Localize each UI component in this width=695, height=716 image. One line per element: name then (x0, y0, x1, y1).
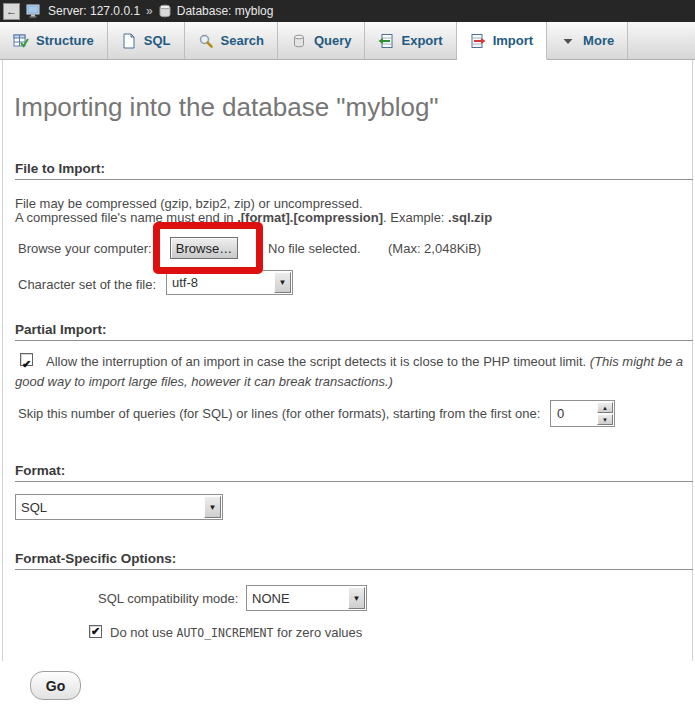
spinner-buttons: ▲ ▼ (597, 402, 613, 425)
tab-structure[interactable]: Structure (0, 22, 108, 59)
tab-search[interactable]: Search (185, 22, 278, 59)
no-autoincrement-checkbox[interactable]: ✔ (89, 625, 102, 638)
tab-label: Export (401, 33, 442, 48)
tab-sql[interactable]: SQL (108, 22, 185, 59)
check-icon: ✔ (22, 358, 31, 370)
tab-export[interactable]: Export (365, 22, 456, 59)
sql-compat-select[interactable]: NONE ▼ (246, 585, 367, 611)
server-icon (26, 4, 42, 18)
line2-example: .sql.zip (448, 210, 492, 225)
check-icon: ✔ (91, 626, 100, 637)
autoinc-keyword: AUTO_INCREMENT (177, 626, 274, 640)
tab-label: Structure (36, 33, 94, 48)
no-autoincrement-label: Do not use AUTO_INCREMENT for zero value… (110, 625, 362, 640)
line2-format-pattern: .[format].[compression] (237, 210, 383, 225)
no-file-selected-text: No file selected. (268, 241, 361, 256)
database-icon (159, 4, 171, 18)
charset-selected-value: utf-8 (167, 275, 273, 290)
tab-label: Search (221, 33, 264, 48)
line2-mid: . Example: (383, 210, 448, 225)
charset-label: Character set of the file: (18, 277, 156, 292)
format-selected-value: SQL (16, 500, 203, 515)
tab-bar: Structure SQL Search (0, 22, 695, 60)
phpmyadmin-import-page: ← Server: 127.0.0.1 » Database: myblog (0, 0, 695, 716)
tab-label: Query (314, 33, 352, 48)
chevron-down-icon[interactable]: ▼ (274, 272, 291, 293)
section-heading-format: Format: (15, 463, 693, 482)
tab-more[interactable]: More (547, 22, 628, 59)
content-right-border (692, 60, 693, 661)
format-select[interactable]: SQL ▼ (15, 494, 223, 520)
tab-label: More (583, 33, 614, 48)
query-icon (291, 33, 307, 49)
structure-icon (13, 33, 29, 49)
sql-icon (121, 33, 137, 49)
server-breadcrumb-bar: ← Server: 127.0.0.1 » Database: myblog (0, 0, 695, 22)
skip-queries-label: Skip this number of queries (for SQL) or… (18, 406, 540, 421)
browse-button[interactable]: Browse… (170, 237, 238, 259)
go-button[interactable]: Go (30, 671, 81, 700)
export-icon (378, 33, 394, 49)
spinner-down-icon[interactable]: ▼ (597, 414, 613, 425)
allow-interrupt-checkbox[interactable]: ✔ (20, 353, 33, 366)
chevron-down-icon[interactable]: ▼ (348, 587, 365, 609)
section-heading-format-options: Format-Specific Options: (15, 551, 693, 570)
section-heading-partial-import: Partial Import: (15, 322, 693, 341)
compression-info-line2: A compressed file's name must end in .[f… (15, 210, 492, 225)
charset-select[interactable]: utf-8 ▼ (166, 270, 293, 295)
more-chevron-down-icon (560, 33, 576, 49)
sql-compat-selected-value: NONE (247, 591, 347, 606)
tab-label: Import (493, 33, 533, 48)
spinner-up-icon[interactable]: ▲ (597, 402, 613, 413)
chevron-down-icon[interactable]: ▼ (204, 496, 221, 518)
autoinc-prefix: Do not use (110, 625, 177, 640)
search-icon (198, 33, 214, 49)
tab-query[interactable]: Query (278, 22, 366, 59)
line2-prefix: A compressed file's name must end in (15, 210, 237, 225)
skip-queries-stepper[interactable]: 0 ▲ ▼ (550, 400, 615, 427)
sql-compat-label: SQL compatibility mode: (98, 591, 238, 606)
back-arrow-button[interactable]: ← (3, 3, 20, 20)
autoinc-suffix: for zero values (273, 625, 362, 640)
tab-label: SQL (144, 33, 171, 48)
max-upload-size-text: (Max: 2,048KiB) (388, 241, 481, 256)
allow-interrupt-row: ✔Allow the interruption of an import in … (15, 352, 685, 392)
import-icon (470, 33, 486, 49)
breadcrumb-separator: » (146, 4, 153, 18)
page-title: Importing into the database "myblog" (14, 92, 439, 123)
section-heading-file-to-import: File to Import: (15, 161, 693, 180)
tab-import[interactable]: Import (457, 22, 547, 60)
skip-queries-value: 0 (551, 401, 596, 426)
breadcrumb-server-link[interactable]: Server: 127.0.0.1 (48, 4, 140, 18)
compression-info-line1: File may be compressed (gzip, bzip2, zip… (15, 196, 363, 211)
allow-interrupt-label: Allow the interruption of an import in c… (46, 354, 590, 369)
browse-computer-label: Browse your computer: (18, 241, 152, 256)
breadcrumb-database-link[interactable]: Database: myblog (177, 4, 274, 18)
content-left-border (2, 60, 3, 661)
